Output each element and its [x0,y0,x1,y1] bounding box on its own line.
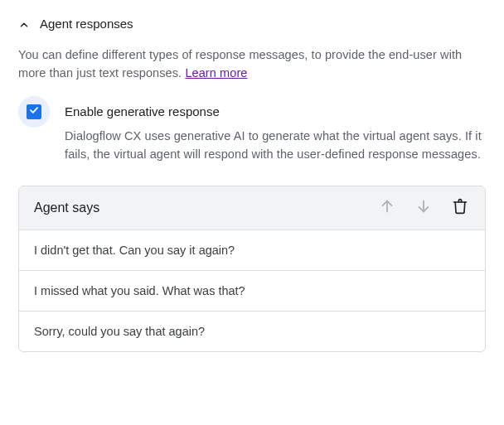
section-header[interactable]: Agent responses [18,17,486,31]
response-text: Sorry, could you say that again? [34,325,205,338]
checkbox-halo [18,96,50,128]
arrow-down-icon [414,197,433,218]
checkbox-text-block: Enable generative response Dialogflow CX… [65,99,486,164]
enable-generative-label: Enable generative response [65,104,486,118]
move-up-button[interactable] [377,198,397,218]
table-row[interactable]: Sorry, could you say that again? [19,312,485,351]
section-title: Agent responses [40,17,133,31]
move-down-button[interactable] [414,198,434,218]
chevron-up-icon [18,19,28,29]
check-icon [28,104,40,118]
enable-generative-checkbox[interactable] [27,104,41,119]
agent-says-table: Agent says I didn't get that. Can you sa… [18,186,486,352]
section-description: You can define different types of respon… [18,46,486,83]
arrow-up-icon [378,197,396,218]
enable-generative-description: Dialogflow CX uses generative AI to gene… [65,127,486,164]
table-row[interactable]: I missed what you said. What was that? [19,271,485,312]
agent-says-header: Agent says [19,186,485,230]
response-text: I missed what you said. What was that? [34,284,245,297]
response-text: I didn't get that. Can you say it again? [34,244,235,257]
table-row[interactable]: I didn't get that. Can you say it again? [19,230,485,271]
trash-icon [452,198,468,217]
enable-generative-row: Enable generative response Dialogflow CX… [18,99,486,164]
delete-button[interactable] [450,198,470,218]
learn-more-link[interactable]: Learn more [185,66,247,80]
agent-says-header-title: Agent says [34,200,361,215]
